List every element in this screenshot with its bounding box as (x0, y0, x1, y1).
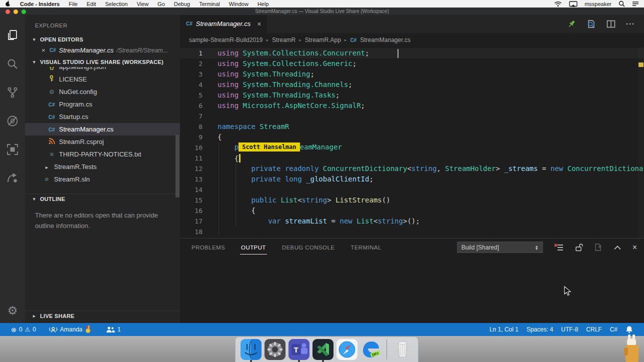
search-icon[interactable] (0, 50, 25, 78)
file-item-streamr-csproj[interactable]: StreamR.csproj (25, 136, 180, 148)
line-number: 7 (180, 112, 202, 120)
eol-setting[interactable]: CRLF (582, 323, 606, 336)
open-editors-section-header[interactable]: ▾ OPEN EDITORS (25, 34, 180, 44)
menu-item-debug[interactable]: Debug (174, 1, 190, 7)
code-line-13[interactable]: 13 private long _globalClientId; (180, 174, 644, 184)
finder-dock-icon[interactable] (240, 339, 262, 360)
close-icon[interactable]: × (42, 46, 46, 54)
code-line-11[interactable]: 11 { (180, 153, 644, 164)
panel-tab-output[interactable]: OUTPUT (240, 240, 267, 254)
extensions-icon[interactable] (0, 135, 25, 164)
microsoft-teams-dock-icon[interactable]: T (288, 339, 310, 360)
menu-item-edit[interactable]: Edit (86, 1, 96, 7)
vscode-insiders-dock-icon[interactable] (312, 339, 334, 360)
file-item-streamr-tests[interactable]: ▸StreamR.Tests (25, 160, 180, 173)
menu-item-file[interactable]: File (68, 1, 78, 7)
live-share-session[interactable]: Amanda (45, 323, 95, 336)
menu-username[interactable]: msspeaker (584, 1, 612, 7)
menu-item-go[interactable]: Go (158, 1, 165, 7)
menu-app-name[interactable]: Code - Insiders (20, 1, 60, 7)
minimize-window-button[interactable] (14, 10, 18, 14)
clear-output-icon[interactable] (554, 244, 564, 252)
breadcrumb-item[interactable]: StreamR (272, 36, 296, 44)
explorer-icon[interactable] (0, 21, 25, 50)
open-editor-item[interactable]: × C# StreamManager.cs /StreamR/Stream... (25, 44, 180, 56)
debug-icon[interactable] (0, 106, 25, 135)
overview-ruler[interactable] (638, 48, 644, 238)
file-item-startup-cs[interactable]: C#Startup.cs (25, 110, 180, 123)
maximize-panel-icon[interactable] (614, 244, 622, 250)
file-item-license[interactable]: LICENSE (25, 73, 180, 86)
code-line-10[interactable]: 10 pScott HanselmaneamManager (180, 142, 644, 153)
language-mode[interactable]: C# (606, 323, 622, 336)
code-line-1[interactable]: 1using System.Collections.Concurrent; (180, 48, 644, 58)
code-line-5[interactable]: 5using System.Threading.Tasks; (180, 90, 644, 100)
menu-item-terminal[interactable]: Terminal (199, 1, 220, 7)
code-line-6[interactable]: 6using Microsoft.AspNetCore.SignalR; (180, 100, 644, 111)
breadcrumb-item[interactable]: StreamR.App (305, 36, 341, 44)
pin-icon[interactable] (567, 20, 576, 28)
code-line-2[interactable]: 2using System.Collections.Generic; (180, 58, 644, 69)
code-line-18[interactable]: 18 (180, 226, 644, 237)
more-actions-icon[interactable]: ··· (626, 20, 635, 28)
code-editor[interactable]: 1using System.Collections.Concurrent;2us… (180, 48, 644, 238)
safari-dock-icon[interactable] (336, 339, 358, 360)
split-editor-icon[interactable] (606, 20, 616, 28)
outline-section-header[interactable]: ▾ OUTLINE (25, 194, 180, 204)
panel-tab-debug-console[interactable]: DEBUG CONSOLE (281, 240, 336, 254)
code-line-7[interactable]: 7 (180, 111, 644, 122)
file-item-appsettings-json[interactable]: {}appsettings.json (25, 67, 180, 73)
output-channel-select[interactable]: Build [Shared] ▲▼ (457, 242, 543, 253)
system-preferences-dock-icon[interactable] (264, 339, 286, 360)
source-control-icon[interactable] (0, 78, 25, 106)
close-window-button[interactable] (6, 10, 10, 14)
menu-item-help[interactable]: Help (258, 1, 269, 7)
breadcrumb-separator-icon: ▸ (344, 38, 347, 42)
zoom-window-button[interactable] (22, 10, 26, 14)
unlock-icon[interactable] (574, 243, 583, 252)
code-line-4[interactable]: 4using System.Threading.Channels; (180, 80, 644, 90)
trash-dock-icon[interactable] (392, 339, 413, 360)
menu-item-view[interactable]: View (136, 1, 148, 7)
breadcrumb-item[interactable]: StreamManager.cs (360, 36, 410, 44)
code-line-12[interactable]: 12 private readonly ConcurrentDictionary… (180, 164, 644, 174)
close-tab-icon[interactable]: × (257, 20, 261, 28)
menu-item-window[interactable]: Window (229, 1, 248, 7)
panel-tab-terminal[interactable]: TERMINAL (350, 240, 382, 254)
panel-tab-problems[interactable]: PROBLEMS (190, 240, 226, 254)
cursor-position[interactable]: Ln 1, Col 1 (486, 323, 522, 336)
apple-icon[interactable] (5, 0, 11, 7)
close-panel-icon[interactable]: × (632, 244, 637, 252)
settings-gear-icon[interactable]: ⚙ (0, 298, 25, 323)
edge-dev-dock-icon[interactable]: DEV (360, 339, 382, 360)
live-share-section-header[interactable]: ▸ LIVE SHARE (25, 310, 180, 323)
file-item-streammanager-cs[interactable]: C#StreamManager.cs (25, 123, 180, 136)
code-line-17[interactable]: 17 var streamList = new List<string>(); (180, 216, 644, 226)
spotlight-icon[interactable] (618, 0, 625, 7)
participants-count[interactable]: 1 (102, 323, 125, 336)
code-line-16[interactable]: 16 { (180, 206, 644, 216)
file-item-streamr-sln[interactable]: ≡StreamR.sln (25, 173, 180, 186)
code-line-14[interactable]: 14 (180, 184, 644, 195)
code-line-8[interactable]: 8namespace StreamR (180, 122, 644, 132)
file-item-nuget-config[interactable]: ⚙NuGet.config (25, 86, 180, 98)
screen-mirroring-icon[interactable] (569, 1, 578, 7)
search-in-file-icon[interactable] (586, 20, 596, 28)
problems-status[interactable]: ⊗ 0 ⚠ 0 (7, 323, 40, 336)
code-line-15[interactable]: 15 public List<string> ListStreams() (180, 195, 644, 206)
tab-streammanager[interactable]: C# StreamManager.cs × (180, 15, 268, 33)
breadcrumb-item[interactable]: sample-StreamR-Build2019 (189, 36, 262, 44)
live-share-icon[interactable] (0, 164, 25, 192)
code-line-9[interactable]: 9{ (180, 132, 644, 142)
indentation-setting[interactable]: Spaces: 4 (522, 323, 557, 336)
running-indicator (298, 360, 300, 362)
notification-center-icon[interactable] (632, 1, 639, 6)
encoding-setting[interactable]: UTF-8 (557, 323, 582, 336)
menu-item-selection[interactable]: Selection (105, 1, 128, 7)
wifi-icon[interactable] (554, 1, 562, 7)
file-item-program-cs[interactable]: C#Program.cs (25, 98, 180, 110)
code-line-3[interactable]: 3using System.Threading; (180, 69, 644, 80)
file-item-third-party-notices-txt[interactable]: ≡THIRD-PARTY-NOTICES.txt (25, 148, 180, 160)
sidebar-scrollbar[interactable] (176, 135, 180, 198)
workspace-section-header[interactable]: ▾ VISUAL STUDIO LIVE SHARE (WORKSPACE) (25, 56, 180, 67)
